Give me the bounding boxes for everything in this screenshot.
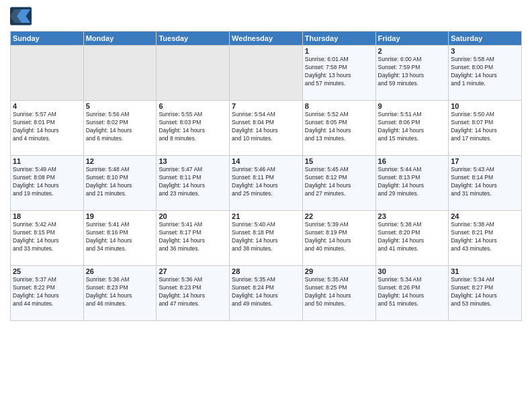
- day-number: 14: [232, 157, 300, 165]
- day-info-line: and 40 minutes.: [305, 245, 373, 253]
- day-info-line: Sunrise: 5:36 AM: [159, 276, 227, 284]
- day-info-line: Sunset: 8:10 PM: [86, 174, 154, 182]
- day-number: 19: [86, 212, 154, 220]
- day-cell-28: 28Sunrise: 5:35 AMSunset: 8:24 PMDayligh…: [230, 266, 303, 321]
- day-info-line: and 10 minutes.: [232, 135, 300, 143]
- day-info-line: Daylight: 14 hours: [159, 127, 227, 135]
- day-info-line: Daylight: 14 hours: [13, 237, 81, 245]
- day-info-line: Sunrise: 5:52 AM: [305, 111, 373, 119]
- day-info-line: Sunrise: 5:48 AM: [86, 166, 154, 174]
- day-info-line: Sunset: 8:25 PM: [305, 284, 373, 292]
- day-info-line: Daylight: 13 hours: [305, 72, 373, 80]
- weekday-header-sunday: Sunday: [11, 32, 84, 46]
- empty-cell: [230, 46, 303, 101]
- day-info-line: and 19 minutes.: [13, 190, 81, 198]
- day-info-line: and 51 minutes.: [378, 300, 447, 308]
- day-cell-15: 15Sunrise: 5:45 AMSunset: 8:12 PMDayligh…: [302, 156, 375, 211]
- day-info-line: Daylight: 14 hours: [378, 127, 447, 135]
- day-info-line: Sunrise: 5:56 AM: [86, 111, 154, 119]
- day-info-line: Daylight: 14 hours: [13, 127, 81, 135]
- day-info-line: Sunset: 8:04 PM: [232, 119, 300, 127]
- calendar-row-3: 11Sunrise: 5:49 AMSunset: 8:08 PMDayligh…: [11, 156, 522, 211]
- day-info-line: Sunrise: 5:58 AM: [451, 56, 519, 64]
- day-info-line: Sunset: 8:23 PM: [86, 284, 154, 292]
- day-number: 10: [451, 102, 519, 110]
- day-info-line: Sunset: 8:12 PM: [305, 174, 373, 182]
- day-info-line: Daylight: 14 hours: [159, 237, 227, 245]
- day-cell-23: 23Sunrise: 5:38 AMSunset: 8:20 PMDayligh…: [375, 211, 449, 266]
- day-info-line: Daylight: 14 hours: [232, 292, 300, 300]
- day-info-line: and 15 minutes.: [378, 135, 447, 143]
- day-cell-18: 18Sunrise: 5:42 AMSunset: 8:15 PMDayligh…: [11, 211, 84, 266]
- day-info-line: Sunrise: 5:35 AM: [305, 276, 373, 284]
- day-info-line: Sunrise: 6:01 AM: [305, 56, 373, 64]
- day-info-line: and 53 minutes.: [451, 300, 519, 308]
- day-info-line: Sunrise: 5:39 AM: [305, 221, 373, 229]
- day-number: 11: [13, 157, 81, 165]
- day-info-line: Sunset: 8:14 PM: [451, 174, 519, 182]
- day-info-line: Sunrise: 5:45 AM: [305, 166, 373, 174]
- day-info-line: Sunrise: 5:46 AM: [232, 166, 300, 174]
- day-info-line: Daylight: 14 hours: [451, 237, 519, 245]
- day-info-line: Sunrise: 5:40 AM: [232, 221, 300, 229]
- day-info-line: and 6 minutes.: [86, 135, 154, 143]
- day-info-line: Sunset: 8:13 PM: [378, 174, 447, 182]
- day-info-line: Sunrise: 5:34 AM: [451, 276, 519, 284]
- day-cell-29: 29Sunrise: 5:35 AMSunset: 8:25 PMDayligh…: [302, 266, 375, 321]
- day-info-line: Daylight: 14 hours: [159, 292, 227, 300]
- day-info-line: Sunrise: 5:42 AM: [13, 221, 81, 229]
- day-cell-9: 9Sunrise: 5:51 AMSunset: 8:06 PMDaylight…: [375, 101, 449, 156]
- day-cell-7: 7Sunrise: 5:54 AMSunset: 8:04 PMDaylight…: [230, 101, 303, 156]
- day-info-line: Sunset: 8:22 PM: [13, 284, 81, 292]
- day-info-line: and 47 minutes.: [159, 300, 227, 308]
- day-info-line: Sunset: 7:58 PM: [305, 64, 373, 72]
- day-info-line: Sunset: 8:20 PM: [378, 229, 447, 237]
- day-number: 27: [159, 267, 227, 275]
- day-info-line: Sunset: 8:08 PM: [13, 174, 81, 182]
- day-cell-22: 22Sunrise: 5:39 AMSunset: 8:19 PMDayligh…: [302, 211, 375, 266]
- day-info-line: Sunrise: 5:34 AM: [378, 276, 447, 284]
- day-info-line: Sunset: 8:17 PM: [159, 229, 227, 237]
- day-info-line: Sunset: 8:07 PM: [451, 119, 519, 127]
- day-info-line: and 21 minutes.: [86, 190, 154, 198]
- day-cell-26: 26Sunrise: 5:36 AMSunset: 8:23 PMDayligh…: [83, 266, 157, 321]
- day-info-line: Sunrise: 5:44 AM: [378, 166, 447, 174]
- day-number: 29: [305, 267, 373, 275]
- day-info-line: Sunrise: 5:41 AM: [86, 221, 154, 229]
- day-info-line: Sunrise: 5:49 AM: [13, 166, 81, 174]
- day-info-line: and 36 minutes.: [159, 245, 227, 253]
- day-info-line: Sunset: 8:11 PM: [232, 174, 300, 182]
- weekday-header-friday: Friday: [375, 32, 449, 46]
- day-info-line: Sunrise: 5:43 AM: [451, 166, 519, 174]
- day-cell-20: 20Sunrise: 5:41 AMSunset: 8:17 PMDayligh…: [157, 211, 230, 266]
- day-info-line: and 23 minutes.: [159, 190, 227, 198]
- day-info-line: and 34 minutes.: [86, 245, 154, 253]
- calendar-row-5: 25Sunrise: 5:37 AMSunset: 8:22 PMDayligh…: [11, 266, 522, 321]
- day-number: 6: [159, 102, 227, 110]
- day-cell-10: 10Sunrise: 5:50 AMSunset: 8:07 PMDayligh…: [449, 101, 522, 156]
- day-info-line: Daylight: 14 hours: [451, 292, 519, 300]
- weekday-header-saturday: Saturday: [449, 32, 522, 46]
- day-cell-8: 8Sunrise: 5:52 AMSunset: 8:05 PMDaylight…: [302, 101, 375, 156]
- day-info-line: Sunrise: 5:54 AM: [232, 111, 300, 119]
- day-info-line: and 50 minutes.: [305, 300, 373, 308]
- page: SundayMondayTuesdayWednesdayThursdayFrid…: [0, 0, 532, 411]
- day-number: 15: [305, 157, 373, 165]
- day-info-line: and 33 minutes.: [13, 245, 81, 253]
- day-cell-25: 25Sunrise: 5:37 AMSunset: 8:22 PMDayligh…: [11, 266, 84, 321]
- day-cell-14: 14Sunrise: 5:46 AMSunset: 8:11 PMDayligh…: [230, 156, 303, 211]
- day-info-line: Sunset: 8:18 PM: [232, 229, 300, 237]
- calendar-row-2: 4Sunrise: 5:57 AMSunset: 8:01 PMDaylight…: [11, 101, 522, 156]
- day-info-line: and 4 minutes.: [13, 135, 81, 143]
- empty-cell: [11, 46, 84, 101]
- day-info-line: and 59 minutes.: [378, 80, 447, 88]
- day-number: 16: [378, 157, 447, 165]
- day-info-line: Daylight: 14 hours: [305, 292, 373, 300]
- day-cell-21: 21Sunrise: 5:40 AMSunset: 8:18 PMDayligh…: [230, 211, 303, 266]
- day-info-line: Daylight: 14 hours: [378, 237, 447, 245]
- day-info-line: Sunrise: 5:37 AM: [13, 276, 81, 284]
- day-info-line: Sunrise: 5:57 AM: [13, 111, 81, 119]
- day-cell-31: 31Sunrise: 5:34 AMSunset: 8:27 PMDayligh…: [449, 266, 522, 321]
- day-info-line: and 57 minutes.: [305, 80, 373, 88]
- day-number: 5: [86, 102, 154, 110]
